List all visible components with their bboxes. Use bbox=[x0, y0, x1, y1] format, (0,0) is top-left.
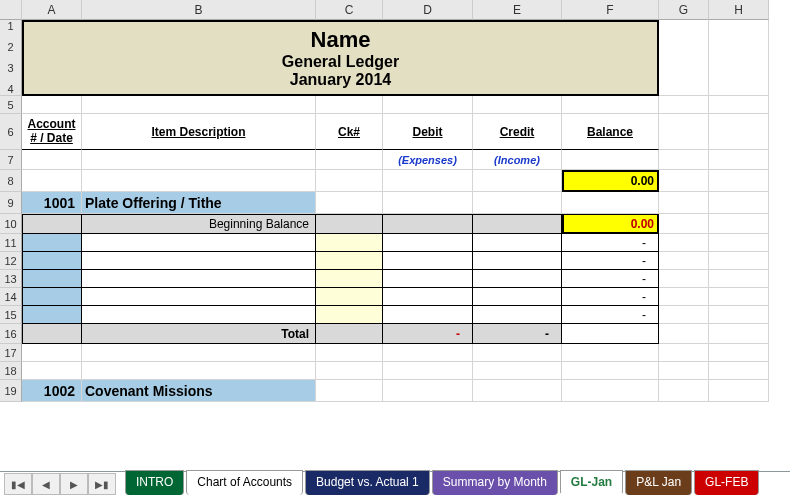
cell[interactable] bbox=[473, 170, 562, 192]
cell[interactable] bbox=[659, 96, 709, 114]
cell[interactable] bbox=[22, 344, 82, 362]
cell[interactable] bbox=[473, 234, 562, 252]
cell[interactable] bbox=[82, 170, 316, 192]
row-header[interactable]: 9 bbox=[0, 192, 22, 214]
subheader-expenses[interactable]: (Expenses) bbox=[383, 150, 473, 170]
header-credit[interactable]: Credit bbox=[473, 114, 562, 150]
cell[interactable] bbox=[82, 252, 316, 270]
cell[interactable] bbox=[22, 362, 82, 380]
cell[interactable] bbox=[659, 252, 709, 270]
tab-pl-jan[interactable]: P&L Jan bbox=[625, 470, 692, 495]
cell[interactable] bbox=[659, 324, 709, 344]
row-header[interactable]: 18 bbox=[0, 362, 22, 380]
cell[interactable] bbox=[22, 96, 82, 114]
cell[interactable] bbox=[82, 306, 316, 324]
section-acct[interactable]: 1002 bbox=[22, 380, 82, 402]
cell[interactable] bbox=[383, 306, 473, 324]
cell[interactable] bbox=[709, 362, 769, 380]
cell[interactable] bbox=[659, 214, 709, 234]
cell[interactable] bbox=[82, 150, 316, 170]
cell[interactable] bbox=[316, 252, 383, 270]
cell[interactable] bbox=[22, 170, 82, 192]
cell[interactable] bbox=[562, 192, 659, 214]
cell[interactable] bbox=[709, 96, 769, 114]
total-label[interactable]: Total bbox=[82, 324, 316, 344]
cell[interactable] bbox=[383, 214, 473, 234]
col-header-D[interactable]: D bbox=[383, 0, 473, 20]
cell[interactable] bbox=[562, 344, 659, 362]
header-desc[interactable]: Item Description bbox=[82, 114, 316, 150]
row-header[interactable]: 7 bbox=[0, 150, 22, 170]
balance-cell[interactable]: - bbox=[562, 234, 659, 252]
cell[interactable] bbox=[473, 96, 562, 114]
cell[interactable] bbox=[316, 362, 383, 380]
cell[interactable] bbox=[659, 344, 709, 362]
cell[interactable] bbox=[22, 150, 82, 170]
row-header[interactable]: 6 bbox=[0, 114, 22, 150]
cell[interactable] bbox=[709, 170, 769, 192]
header-ck[interactable]: Ck# bbox=[316, 114, 383, 150]
cell[interactable] bbox=[383, 380, 473, 402]
cell[interactable] bbox=[22, 306, 82, 324]
cell[interactable] bbox=[473, 344, 562, 362]
cell[interactable] bbox=[473, 214, 562, 234]
total-credit[interactable]: - bbox=[473, 324, 562, 344]
balance-cell[interactable]: - bbox=[562, 306, 659, 324]
beginning-balance-label[interactable]: Beginning Balance bbox=[82, 214, 316, 234]
section-acct[interactable]: 1001 bbox=[22, 192, 82, 214]
cell[interactable] bbox=[709, 150, 769, 170]
cell[interactable] bbox=[709, 380, 769, 402]
cell[interactable] bbox=[316, 170, 383, 192]
cell[interactable] bbox=[659, 288, 709, 306]
cell[interactable] bbox=[316, 344, 383, 362]
cell[interactable] bbox=[473, 192, 562, 214]
row-header[interactable]: 11 bbox=[0, 234, 22, 252]
section-name[interactable]: Covenant Missions bbox=[82, 380, 316, 402]
col-header-H[interactable]: H bbox=[709, 0, 769, 20]
section-name[interactable]: Plate Offering / Tithe bbox=[82, 192, 316, 214]
cell[interactable] bbox=[709, 234, 769, 252]
col-header-E[interactable]: E bbox=[473, 0, 562, 20]
cell[interactable] bbox=[82, 288, 316, 306]
cell[interactable] bbox=[709, 324, 769, 344]
row-header[interactable]: 8 bbox=[0, 170, 22, 192]
cell[interactable] bbox=[709, 270, 769, 288]
cell[interactable] bbox=[709, 214, 769, 234]
col-header-B[interactable]: B bbox=[82, 0, 316, 20]
cell[interactable] bbox=[383, 288, 473, 306]
cell[interactable] bbox=[659, 306, 709, 324]
tab-chart-of-accounts[interactable]: Chart of Accounts bbox=[186, 470, 303, 495]
tab-intro[interactable]: INTRO bbox=[125, 470, 184, 495]
row-header[interactable]: 19 bbox=[0, 380, 22, 402]
row-header[interactable]: 14 bbox=[0, 288, 22, 306]
corner-cell[interactable] bbox=[0, 0, 22, 20]
cell[interactable] bbox=[22, 234, 82, 252]
cell[interactable] bbox=[709, 192, 769, 214]
cell[interactable] bbox=[383, 234, 473, 252]
cell[interactable] bbox=[709, 114, 769, 150]
cell[interactable] bbox=[22, 214, 82, 234]
cell[interactable] bbox=[709, 20, 769, 96]
tab-nav-last[interactable]: ▶▮ bbox=[88, 473, 116, 495]
cell[interactable] bbox=[473, 306, 562, 324]
cell[interactable] bbox=[82, 270, 316, 288]
balance-cell[interactable]: - bbox=[562, 252, 659, 270]
cell[interactable] bbox=[709, 252, 769, 270]
cell[interactable] bbox=[82, 362, 316, 380]
cell[interactable] bbox=[562, 324, 659, 344]
header-balance[interactable]: Balance bbox=[562, 114, 659, 150]
cell[interactable] bbox=[659, 192, 709, 214]
cell[interactable] bbox=[383, 170, 473, 192]
cell[interactable] bbox=[383, 362, 473, 380]
cell[interactable] bbox=[659, 270, 709, 288]
cell[interactable] bbox=[659, 234, 709, 252]
cell[interactable] bbox=[659, 362, 709, 380]
row-header[interactable]: 13 bbox=[0, 270, 22, 288]
col-header-F[interactable]: F bbox=[562, 0, 659, 20]
cell[interactable] bbox=[82, 234, 316, 252]
cell[interactable] bbox=[316, 150, 383, 170]
cell[interactable] bbox=[316, 288, 383, 306]
cell[interactable] bbox=[473, 252, 562, 270]
cell[interactable] bbox=[22, 288, 82, 306]
cell[interactable] bbox=[383, 96, 473, 114]
